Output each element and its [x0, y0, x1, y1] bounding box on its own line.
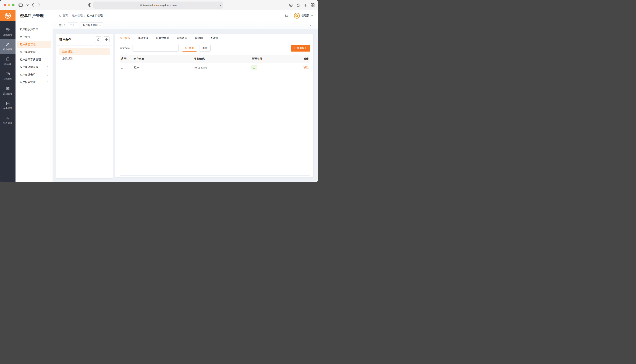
detail-tabs: 租户授权 菜单管理 报表数据集 在线表单 轮播图 九宫格: [115, 34, 313, 42]
close-tab-icon[interactable]: ×: [99, 24, 101, 26]
chevron-down-icon[interactable]: [27, 0, 29, 10]
reset-button[interactable]: 重置: [199, 45, 210, 52]
status-badge: 是: [252, 65, 257, 70]
task-icon: [6, 101, 10, 106]
breadcrumb-separator: /: [70, 14, 70, 17]
tab-menu-manage[interactable]: 菜单管理: [138, 34, 148, 42]
tab-report-dataset[interactable]: 报表数据集: [156, 34, 169, 42]
breadcrumb: 首页 / 租户管理 / 租户角色管理: [59, 10, 103, 21]
sidebar-item-tenant-online-form[interactable]: 租户在线表单: [17, 71, 51, 78]
tabs-scroll-right-icon[interactable]: [310, 24, 311, 26]
privacy-shield-icon[interactable]: [88, 0, 92, 10]
zoom-window-button[interactable]: [12, 4, 15, 6]
downloads-icon[interactable]: [289, 0, 293, 10]
share-icon[interactable]: [296, 0, 300, 10]
query-button[interactable]: 查询: [182, 45, 197, 52]
tab-tenant-auth[interactable]: 租户授权: [120, 34, 130, 42]
user-menu[interactable]: 管理员: [294, 13, 313, 19]
url-text: tenantadmin.orangeforms.com: [143, 4, 176, 6]
sidebar-item-dictionary[interactable]: 租户全局字典管理: [17, 56, 51, 64]
refresh-icon: [97, 38, 100, 41]
col-english-code: 英文编码: [192, 57, 250, 60]
tenant-table: 序号 租户名称 英文编码 是否可用 操作 1 租户一 TenantOne 是 移…: [120, 55, 310, 72]
home-icon: [59, 14, 62, 17]
rail-item-system[interactable]: 系统管理: [0, 24, 16, 39]
rail-item-workflow[interactable]: 流程管理: [0, 84, 16, 98]
back-button[interactable]: [31, 0, 34, 10]
bar-chart-icon: [6, 116, 10, 120]
col-tenant-name: 租户名称: [132, 57, 192, 60]
rail-item-tenant[interactable]: 租户管理: [0, 39, 16, 54]
rail-item-online-form[interactable]: 在线表单: [0, 69, 16, 84]
page-title: 橙单租户管理: [20, 10, 44, 21]
table-header: 序号 租户名称 英文编码 是否可用 操作: [120, 55, 310, 63]
col-index: 序号: [120, 57, 132, 60]
forward-button[interactable]: [38, 0, 41, 10]
chevron-right-icon: [47, 81, 49, 84]
rail-item-mobile[interactable]: 移动端: [0, 54, 16, 69]
lock-icon: [140, 4, 142, 6]
tab-overview-icon[interactable]: [311, 0, 315, 10]
sidebar-item-tenant-report[interactable]: 租户报表管理: [17, 78, 51, 86]
breadcrumb-current: 租户角色管理: [87, 14, 103, 17]
role-item-system[interactable]: 系统设置: [59, 55, 110, 62]
search-field-label: 英文编码: [120, 46, 130, 50]
mobile-icon: [6, 57, 10, 61]
sidebar-item-tenant[interactable]: 租户管理: [17, 33, 51, 41]
tabs-scroll-left-icon[interactable]: [64, 24, 65, 26]
rail-item-report[interactable]: 报表管理: [0, 113, 16, 128]
sidebar-item-tenant-mobile[interactable]: 租户移动端管理: [17, 64, 51, 71]
minimize-window-button[interactable]: [8, 4, 11, 6]
main-content: 主页 租户角色管理 × 租户角色: [53, 21, 318, 182]
plus-icon: +: [294, 46, 296, 50]
orange-wheel-icon: [4, 12, 12, 20]
close-window-button[interactable]: [4, 4, 6, 6]
breadcrumb-home[interactable]: 首页: [59, 14, 68, 17]
breadcrumb-level1[interactable]: 租户管理: [72, 14, 83, 17]
chevron-right-icon: [47, 66, 49, 68]
avatar: [294, 13, 300, 19]
add-role-button[interactable]: [103, 36, 110, 43]
tab-online-form[interactable]: 在线表单: [177, 34, 187, 42]
english-code-input[interactable]: [133, 45, 179, 52]
sidebar-menu: 租户数据源管理 租户管理 租户角色管理 租户菜单管理 租户全局字典管理 租户移动…: [16, 21, 53, 182]
sidebar-item-tenant-menu[interactable]: 租户菜单管理: [17, 48, 51, 56]
panel-title: 租户角色: [59, 38, 71, 42]
browser-toolbar: tenantadmin.orangeforms.com: [0, 0, 318, 10]
page-tab-home[interactable]: 主页: [67, 22, 77, 28]
tab-carousel[interactable]: 轮播图: [195, 34, 203, 42]
rail-item-task[interactable]: 任务管理: [0, 98, 16, 113]
chevron-down-icon: [311, 15, 313, 16]
collapse-menu-icon[interactable]: [58, 24, 62, 27]
page-tab-tenant-role[interactable]: 租户角色管理 ×: [80, 22, 103, 28]
notification-bell-icon[interactable]: [285, 14, 288, 18]
reload-icon[interactable]: [218, 3, 222, 7]
col-available: 是否可用: [250, 57, 293, 60]
row-english-code: TenantOne: [192, 66, 250, 69]
page-tabstrip: 主页 租户角色管理 ×: [53, 21, 318, 29]
sidebar-item-datasource[interactable]: 租户数据源管理: [17, 26, 51, 33]
header-divider: [291, 14, 291, 18]
traffic-lights: [4, 4, 15, 6]
tenant-auth-panel: 租户授权 菜单管理 报表数据集 在线表单 轮播图 九宫格 英文编码 查询 重置: [115, 34, 313, 177]
app-logo[interactable]: [0, 10, 16, 21]
row-index: 1: [120, 66, 132, 69]
refresh-button[interactable]: [95, 36, 101, 43]
role-item-business[interactable]: 业务设置: [59, 48, 110, 55]
add-tenant-button[interactable]: + 添加租户: [291, 45, 310, 52]
search-icon: [185, 47, 188, 50]
address-bar[interactable]: tenantadmin.orangeforms.com: [93, 2, 223, 9]
table-row: 1 租户一 TenantOne 是 移除: [120, 63, 310, 72]
new-tab-icon[interactable]: [304, 0, 307, 10]
tenant-role-panel: 租户角色 业务设置 系统设置: [56, 34, 113, 178]
tab-nine-grid[interactable]: 九宫格: [210, 34, 218, 42]
search-bar: 英文编码 查询 重置 + 添加租户: [120, 45, 310, 52]
sidebar-item-tenant-role[interactable]: 租户角色管理: [17, 41, 51, 48]
sidebar-toggle-icon[interactable]: [19, 0, 23, 10]
sliders-icon: [6, 86, 10, 91]
app-header: 橙单租户管理 首页 / 租户管理 / 租户角色管理: [0, 10, 318, 21]
remove-link[interactable]: 移除: [303, 66, 309, 69]
chevron-right-icon: [47, 74, 49, 76]
user-icon: [6, 42, 10, 47]
row-tenant-name: 租户一: [132, 66, 192, 69]
